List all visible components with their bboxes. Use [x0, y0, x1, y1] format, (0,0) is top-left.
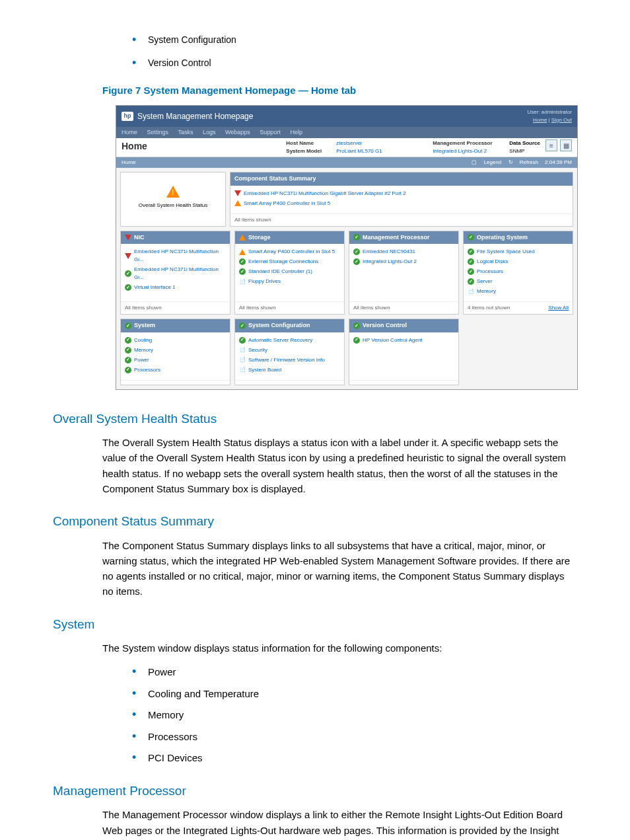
panel-item[interactable]: ✓Processors: [468, 268, 569, 276]
panel-item[interactable]: ✓Integrated Lights-Out 2: [353, 258, 454, 266]
host-info-grid: Host Name ztestserver Management Process…: [286, 139, 505, 155]
panel-item[interactable]: Embedded HP NC371i Multifunction Gi...: [125, 248, 226, 264]
panel-item[interactable]: ✓Automatic Server Recovery: [239, 336, 340, 344]
user-label: User: administrator: [527, 108, 572, 116]
summary-item[interactable]: Smart Array P400 Controller in Slot 5: [234, 200, 569, 208]
home-link[interactable]: Home: [533, 117, 547, 123]
panel-item[interactable]: ✓External Storage Connections: [239, 258, 340, 266]
section-title-css: Component Status Summary: [53, 512, 590, 531]
mgmt-proc-label: Management Processor: [433, 139, 505, 147]
refresh-link[interactable]: ↻ Refresh: [508, 159, 538, 165]
legend-link[interactable]: ▢ Legend: [472, 159, 501, 165]
panel-item-label: External Storage Connections: [248, 258, 318, 266]
section-title-mgmt: Management Processor: [53, 782, 590, 801]
panel-item[interactable]: ✓Power: [125, 356, 226, 364]
show-all-link[interactable]: Show All: [548, 304, 569, 312]
ok-icon: ✓: [239, 268, 246, 275]
panel-item[interactable]: ✓Standard IDE Controller (1): [239, 268, 340, 276]
panel-item-label: Software / Firmware Version Info: [248, 356, 325, 364]
panel-item[interactable]: ✓HP Version Control Agent: [353, 336, 454, 344]
doc-icon: 📄: [239, 367, 246, 373]
hp-logo-icon: hp: [122, 112, 133, 121]
panel-header: Storage: [235, 231, 344, 245]
panel-item[interactable]: ✓Embedded NEC90431: [353, 248, 454, 256]
figure-caption: Figure 7 System Management Homepage — Ho…: [102, 83, 590, 98]
menu-tasks[interactable]: Tasks: [178, 129, 193, 135]
doc-icon: 📄: [239, 347, 246, 354]
overall-health-box: Overall System Health Status: [120, 172, 226, 227]
panel-item[interactable]: ✓Cooling: [125, 336, 226, 344]
system-list: Power Cooling and Temperature Memory Pro…: [132, 665, 590, 766]
ok-icon: ✓: [125, 367, 131, 373]
panel-item-label: Embedded NEC90431: [363, 248, 415, 256]
page-header: Home Host Name ztestserver Management Pr…: [116, 138, 577, 157]
breadcrumb: Home: [122, 159, 135, 167]
panel-item-label: Security: [248, 346, 267, 354]
panel-item[interactable]: 📄Security: [239, 346, 340, 354]
menu-logs[interactable]: Logs: [203, 129, 216, 135]
panel-management-processor: ✓Management Processor✓Embedded NEC90431✓…: [349, 231, 459, 315]
ok-icon: ✓: [353, 337, 360, 344]
mgmt-proc-value[interactable]: Integrated Lights-Out 2: [433, 147, 505, 155]
section-para-overall: The Overall System Health Status display…: [102, 435, 577, 496]
breadcrumb-bar: Home ▢ Legend ↻ Refresh 2:04:39 PM: [116, 157, 577, 168]
panel-item[interactable]: 📄Memory: [468, 287, 569, 295]
panel-item[interactable]: ✓Logical Disks: [468, 258, 569, 266]
panel-item-label: Server: [477, 278, 493, 286]
panel-nic: NICEmbedded HP NC371i Multifunction Gi..…: [120, 231, 230, 315]
panel-item[interactable]: ✓Processors: [125, 366, 226, 374]
data-source: Data Source SNMP: [509, 139, 540, 155]
doc-icon: 📄: [239, 278, 246, 285]
list-item: Power: [132, 665, 590, 680]
summary-item[interactable]: Embedded HP NC371i Multifunction Gigabit…: [234, 190, 569, 198]
critical-icon: [125, 235, 131, 241]
panel-item-label: Automatic Server Recovery: [248, 336, 312, 344]
menu-support[interactable]: Support: [260, 129, 281, 135]
ok-icon: ✓: [468, 248, 474, 255]
ok-icon: ✓: [468, 278, 474, 285]
doc-icon: 📄: [239, 357, 246, 363]
summary-footer: All items shown: [234, 216, 271, 224]
section-para-system: The System window displays status inform…: [102, 640, 577, 656]
panel-item-label: Integrated Lights-Out 2: [363, 258, 417, 266]
intro-list: System Configuration Version Control: [132, 33, 590, 70]
menu-help[interactable]: Help: [290, 129, 302, 135]
panel-item-label: Memory: [477, 287, 496, 295]
warning-icon: [239, 249, 246, 255]
panel-item[interactable]: ✓Memory: [125, 346, 226, 354]
view-list-icon[interactable]: ≡: [545, 139, 557, 151]
menu-webapps[interactable]: Webapps: [225, 129, 250, 135]
panel-item[interactable]: 📄Floppy Drives: [239, 278, 340, 286]
ok-icon: ✓: [353, 258, 360, 265]
panel-operating-system: ✓Operating System✓File System Space Used…: [463, 231, 573, 315]
panel-item-label: Memory: [134, 346, 153, 354]
ok-icon: ✓: [468, 234, 474, 241]
menu-home[interactable]: Home: [122, 129, 137, 135]
panel-item-label: System Board: [248, 366, 281, 374]
panel-item[interactable]: ✓File System Space Used: [468, 248, 569, 256]
list-item: PCI Devices: [132, 751, 590, 766]
panel-item-label: HP Version Control Agent: [363, 336, 423, 344]
warning-icon: [239, 235, 246, 241]
panel-item[interactable]: ✓Virtual Interface 1: [125, 284, 226, 291]
view-grid-icon[interactable]: ▦: [560, 139, 572, 151]
panel-footer-text: All items shown: [125, 304, 162, 312]
critical-icon: [125, 253, 131, 259]
list-item: Memory: [132, 708, 590, 723]
screenshot-smh-home: hp System Management Homepage User: admi…: [116, 105, 578, 390]
panel-version-control: ✓Version Control✓HP Version Control Agen…: [349, 319, 459, 385]
panel-item[interactable]: 📄System Board: [239, 366, 340, 374]
signout-link[interactable]: Sign Out: [551, 117, 572, 123]
panel-item-label: Power: [134, 356, 149, 364]
panel-item-label: Smart Array P400 Controller in Slot 5: [248, 248, 335, 256]
panel-system: ✓System✓Cooling✓Memory✓Power✓Processors: [120, 319, 230, 385]
panel-item[interactable]: 📄Software / Firmware Version Info: [239, 356, 340, 364]
critical-icon: [234, 190, 241, 196]
menu-settings[interactable]: Settings: [147, 129, 169, 135]
panel-item[interactable]: Smart Array P400 Controller in Slot 5: [239, 248, 340, 256]
host-name-value: ztestserver: [336, 139, 429, 147]
panel-item[interactable]: ✓Embedded HP NC371i Multifunction Gi...: [125, 266, 226, 282]
list-item: Processors: [132, 730, 590, 745]
component-status-summary-box: Component Status Summary Embedded HP NC3…: [230, 172, 573, 227]
panel-item[interactable]: ✓Server: [468, 278, 569, 286]
